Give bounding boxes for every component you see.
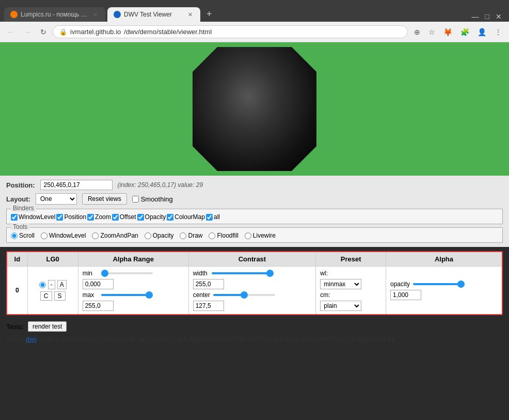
lg0-c-button[interactable]: C	[40, 291, 52, 301]
alpha-range-max-input[interactable]	[83, 301, 114, 311]
medical-image-inner	[193, 47, 316, 171]
lg0-dash-button[interactable]: -	[48, 280, 55, 289]
extensions-icon[interactable]: 🧩	[457, 26, 472, 38]
layout-row: Layout: One Two Three Four Reset views S…	[6, 193, 503, 205]
smoothing-check: Smoothing	[132, 195, 173, 203]
tab-dwv[interactable]: DWV Test Viewer ✕	[107, 7, 200, 22]
alpha-range-min-slider[interactable]	[101, 272, 153, 274]
binder-position-checkbox[interactable]	[56, 214, 63, 221]
render-test-button[interactable]: render test	[28, 321, 67, 332]
binder-colourmap-checkbox[interactable]	[167, 214, 173, 221]
tab-close-dwv[interactable]: ✕	[186, 10, 194, 19]
lg0-s-button[interactable]: S	[54, 291, 66, 301]
contrast-width-slider[interactable]	[212, 272, 274, 274]
contrast-container: width center	[193, 270, 312, 311]
contrast-width-input[interactable]	[193, 279, 224, 289]
tool-scroll-label: Scroll	[19, 232, 35, 239]
tab-favicon-lumpics	[10, 11, 18, 18]
binder-offset-checkbox[interactable]	[112, 214, 119, 221]
binder-windowlevel-label: WindowLevel	[19, 213, 55, 221]
binder-offset: Offset	[112, 213, 136, 221]
preset-cm-label: cm:	[320, 291, 330, 299]
tool-floodfill-radio[interactable]	[209, 232, 215, 239]
contrast-center-label: center	[193, 291, 210, 299]
tool-opacity: Opacity	[145, 232, 174, 239]
profile-icon[interactable]: 🦊	[440, 26, 455, 38]
account-icon[interactable]: 👤	[474, 26, 489, 38]
preset-cm-row: cm:	[320, 291, 381, 299]
tool-livewire-radio[interactable]	[245, 232, 251, 239]
tool-opacity-radio[interactable]	[145, 232, 151, 239]
forward-button[interactable]: →	[21, 26, 34, 38]
position-input[interactable]	[40, 180, 113, 190]
binder-windowlevel: WindowLevel	[11, 213, 55, 221]
preset-cm-select[interactable]: plain hot hot_iron	[320, 301, 361, 311]
binder-zoom-label: Zoom	[95, 213, 111, 221]
smoothing-checkbox[interactable]	[132, 196, 139, 203]
page-wrapper: Position: (index: 250,465,0,17) value: 2…	[0, 42, 509, 420]
tool-draw-label: Draw	[188, 232, 202, 239]
tool-scroll-radio[interactable]	[11, 232, 18, 239]
binder-zoom-checkbox[interactable]	[87, 214, 94, 221]
contrast-center-slider[interactable]	[213, 294, 275, 296]
preset-wl-row: wl:	[320, 270, 381, 277]
binders-section: Binders WindowLevel Position Zoom	[6, 209, 503, 224]
about-suffix: v0.34.1 on Mozilla/5.0 (Windows NT 10.0;…	[37, 336, 394, 343]
menu-icon[interactable]: ⋮	[491, 26, 505, 38]
reset-views-button[interactable]: Reset views	[82, 193, 127, 205]
minimize-button[interactable]: —	[469, 11, 482, 22]
binder-opacity: Opacity	[137, 213, 166, 221]
binder-zoom: Zoom	[87, 213, 111, 221]
close-button[interactable]: ✕	[492, 11, 505, 22]
new-tab-button[interactable]: +	[202, 7, 216, 22]
tool-draw-radio[interactable]	[180, 232, 186, 239]
tab-close-lumpics[interactable]: ✕	[91, 10, 99, 19]
alpha-range-min-label: min	[83, 270, 98, 277]
layout-select[interactable]: One Two Three Four	[36, 193, 77, 205]
contrast-center-input[interactable]	[193, 301, 224, 311]
lock-icon: 🔒	[59, 28, 67, 36]
cell-preset: wl: minmax manual cm:	[316, 267, 386, 315]
translate-icon[interactable]: ⊕	[411, 26, 423, 38]
back-button[interactable]: ←	[4, 26, 18, 38]
alpha-range-max-row: max	[83, 291, 184, 299]
alpha-range-min-input[interactable]	[83, 279, 114, 289]
maximize-button[interactable]: □	[482, 11, 492, 22]
binder-opacity-checkbox[interactable]	[137, 214, 144, 221]
position-label: Position:	[6, 181, 35, 189]
bookmark-icon[interactable]: ☆	[425, 26, 438, 38]
browser-frame: Lumpics.ru - помощь с компь... ✕ DWV Tes…	[0, 0, 509, 420]
lg0-top: - A	[39, 280, 67, 289]
binder-windowlevel-checkbox[interactable]	[11, 214, 18, 221]
address-path: /dwv/demo/stable/viewer.html	[124, 28, 212, 36]
th-id: Id	[7, 252, 27, 267]
binder-all-checkbox[interactable]	[206, 214, 213, 221]
binder-opacity-label: Opacity	[145, 213, 166, 221]
nav-bar: ← → ↻ 🔒 ivmartel.github.io/dwv/demo/stab…	[0, 22, 509, 42]
tools-legend: Tools	[11, 223, 29, 230]
alpha-range-max-slider[interactable]	[101, 294, 153, 296]
about-row: About: dwv v0.34.1 on Mozilla/5.0 (Windo…	[0, 334, 509, 345]
tab-dwv-label: DWV Test Viewer	[124, 11, 172, 18]
refresh-button[interactable]: ↻	[37, 26, 50, 38]
data-table: Id LG0 Alpha Range Contrast Preset Alpha…	[7, 252, 502, 314]
alpha-range-min-row: min	[83, 270, 184, 277]
alpha-slider-row: opacity	[390, 281, 498, 288]
layout-label: Layout:	[6, 195, 30, 203]
lg0-a-button[interactable]: A	[57, 280, 67, 289]
alpha-opacity-input[interactable]	[390, 290, 421, 300]
tool-windowlevel-radio[interactable]	[41, 232, 47, 239]
tab-lumpics[interactable]: Lumpics.ru - помощь с компь... ✕	[4, 7, 105, 22]
page-main: Position: (index: 250,465,0,17) value: 2…	[0, 42, 509, 420]
window-controls: — □ ✕	[469, 11, 505, 22]
alpha-opacity-slider[interactable]	[413, 283, 465, 285]
address-scheme: ivmartel.github.io	[70, 28, 121, 36]
address-bar[interactable]: 🔒 ivmartel.github.io/dwv/demo/stable/vie…	[53, 25, 408, 38]
contrast-center-row: center	[193, 291, 312, 299]
tool-zoomandpan-radio[interactable]	[92, 232, 99, 239]
lg0-radio[interactable]	[39, 282, 46, 288]
cell-contrast: width center	[188, 267, 316, 315]
cell-id: 0	[7, 267, 27, 315]
about-link[interactable]: dwv	[26, 336, 37, 343]
preset-wl-select[interactable]: minmax manual	[320, 279, 361, 289]
